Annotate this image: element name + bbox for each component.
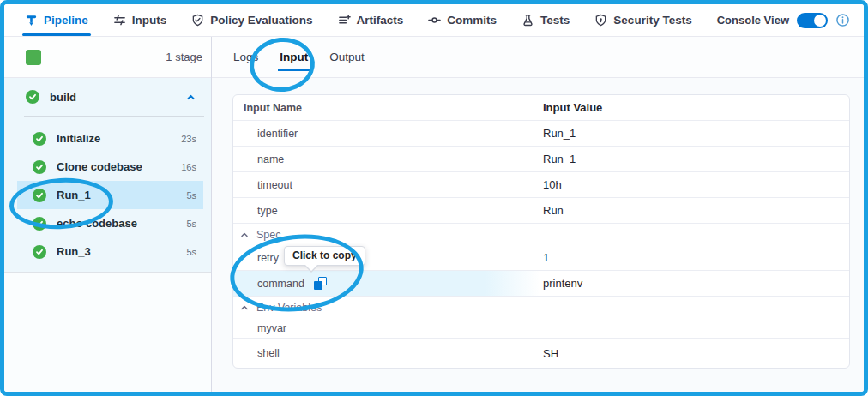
input-name-label: identifier xyxy=(257,128,298,140)
nav-tab-pipeline[interactable]: Pipeline xyxy=(25,4,88,36)
nav-tab-commits[interactable]: Commits xyxy=(428,4,497,36)
top-navigation: Pipeline Inputs Policy Evaluations Artif… xyxy=(4,4,864,37)
nav-tab-artifacts[interactable]: Artifacts xyxy=(338,4,404,36)
table-row-timeout[interactable]: timeout 10h xyxy=(233,172,849,198)
input-value-label: SH xyxy=(540,347,849,360)
chevron-up-icon[interactable] xyxy=(239,303,250,313)
tab-logs[interactable]: Logs xyxy=(232,47,260,67)
success-check-icon xyxy=(33,245,46,259)
input-value-label: Run_1 xyxy=(540,127,849,140)
nav-tab-label: Inputs xyxy=(132,14,167,27)
table-row-shell[interactable]: shell SH xyxy=(233,339,849,368)
input-table-card: Input Name Input Value identifier Run_1 … xyxy=(232,94,850,369)
stage-section-build: build Initialize 23s Clone codebase 16s xyxy=(4,78,211,273)
section-name-label: Spec xyxy=(256,229,281,241)
chevron-up-icon[interactable] xyxy=(185,92,196,103)
input-name-label: command xyxy=(257,278,304,290)
nav-tab-policy-evaluations[interactable]: Policy Evaluations xyxy=(191,4,312,36)
step-details-tabbar: Logs Input Output xyxy=(212,37,864,78)
step-row-initialize[interactable]: Initialize 23s xyxy=(17,124,203,153)
stage-status-square xyxy=(26,50,41,65)
table-row-myvar[interactable]: myvar xyxy=(233,318,849,339)
input-value-label: printenv xyxy=(540,277,849,290)
success-check-icon xyxy=(33,132,46,146)
chevron-up-icon[interactable] xyxy=(239,230,250,240)
step-name-label: Run_3 xyxy=(57,245,91,258)
tests-icon xyxy=(521,14,534,27)
column-header-input-value: Input Value xyxy=(540,101,849,114)
input-name-label: type xyxy=(257,205,278,217)
step-name-label: Initialize xyxy=(57,132,100,145)
step-name-label: Run_1 xyxy=(57,189,91,201)
pipeline-icon xyxy=(25,14,38,27)
step-row-echo-codebase[interactable]: echo codebase 5s xyxy=(17,209,203,237)
execution-sidebar: 1 stage build Initialize 23s xyxy=(4,37,212,392)
stage-name-label: build xyxy=(50,91,76,104)
tab-input[interactable]: Input xyxy=(278,47,310,67)
table-row-type[interactable]: type Run xyxy=(233,198,849,224)
commits-icon xyxy=(428,14,441,27)
nav-tab-label: Commits xyxy=(447,14,497,27)
input-name-label: timeout xyxy=(257,179,292,191)
success-check-icon xyxy=(33,189,46,202)
nav-tab-label: Artifacts xyxy=(357,14,404,27)
inputs-icon xyxy=(113,14,126,27)
input-value-label: Run_1 xyxy=(540,153,849,165)
success-check-icon xyxy=(26,90,39,104)
success-check-icon xyxy=(33,217,46,231)
console-view-toggle[interactable] xyxy=(797,13,828,28)
step-duration-label: 5s xyxy=(186,247,196,257)
policy-evaluations-icon xyxy=(191,14,204,27)
nav-tab-label: Security Tests xyxy=(613,14,691,27)
input-value-label: 10h xyxy=(540,178,849,191)
artifacts-icon xyxy=(338,14,351,27)
security-tests-icon xyxy=(594,14,607,27)
toggle-knob xyxy=(814,15,826,27)
steps-list: Initialize 23s Clone codebase 16s Run_1 … xyxy=(4,117,211,266)
input-value-label: 1 xyxy=(540,251,849,264)
nav-tab-label: Tests xyxy=(540,14,570,27)
step-duration-label: 5s xyxy=(186,190,196,201)
input-name-label: retry xyxy=(257,252,279,264)
input-name-label: myvar xyxy=(257,322,286,334)
input-name-label: shell xyxy=(257,347,280,359)
input-value-label: Run xyxy=(540,204,849,217)
success-check-icon xyxy=(33,160,46,174)
section-name-label: Env Variables xyxy=(256,302,322,314)
nav-tab-inputs[interactable]: Inputs xyxy=(113,4,167,36)
column-header-input-name: Input Name xyxy=(233,102,540,114)
table-row-command[interactable]: command printenv xyxy=(233,271,849,297)
tab-output[interactable]: Output xyxy=(328,47,366,67)
table-row-identifier[interactable]: identifier Run_1 xyxy=(233,121,849,147)
step-name-label: Clone codebase xyxy=(57,160,142,173)
step-row-run-1[interactable]: Run_1 5s xyxy=(17,181,203,209)
nav-tab-label: Policy Evaluations xyxy=(210,14,312,27)
table-section-env-variables[interactable]: Env Variables xyxy=(233,297,849,318)
copy-icon[interactable] xyxy=(314,277,327,290)
table-row-name[interactable]: name Run_1 xyxy=(233,147,849,172)
input-name-label: name xyxy=(257,153,284,165)
step-name-label: echo codebase xyxy=(57,217,137,230)
pipeline-execution-page: { "colors": { "accent_blue": "#0278d5", … xyxy=(0,0,868,396)
step-duration-label: 16s xyxy=(181,162,196,172)
stage-row-build[interactable]: build xyxy=(4,78,211,116)
nav-tab-tests[interactable]: Tests xyxy=(521,4,570,36)
nav-tab-label: Pipeline xyxy=(44,14,88,27)
step-row-run-3[interactable]: Run_3 5s xyxy=(17,237,203,266)
table-header-row: Input Name Input Value xyxy=(233,95,849,121)
console-view-controls: Console View xyxy=(717,13,864,28)
click-to-copy-tooltip: Click to copy xyxy=(284,246,365,266)
nav-tab-security-tests[interactable]: Security Tests xyxy=(594,4,691,36)
table-section-spec[interactable]: Spec xyxy=(233,224,849,245)
step-row-clone-codebase[interactable]: Clone codebase 16s xyxy=(17,153,203,181)
info-icon[interactable] xyxy=(835,13,850,27)
step-details-panel: Logs Input Output Input Name Input Value… xyxy=(212,37,864,392)
stage-summary-header: 1 stage xyxy=(4,37,211,78)
stage-count-label: 1 stage xyxy=(166,51,202,63)
step-duration-label: 23s xyxy=(181,134,196,144)
console-view-label: Console View xyxy=(717,14,789,27)
step-duration-label: 5s xyxy=(186,219,196,229)
